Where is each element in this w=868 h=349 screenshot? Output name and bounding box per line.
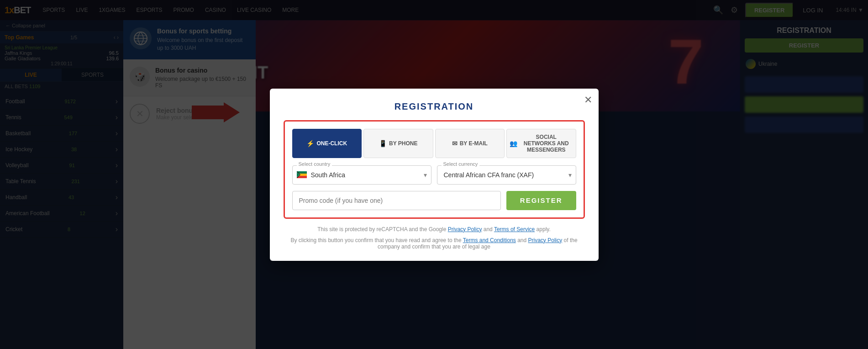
social-icon: 👥 [510,140,517,147]
register-submit-button[interactable]: REGISTER [506,191,576,210]
lightning-icon: ⚡ [306,140,314,147]
tab-social[interactable]: 👥 SOCIAL NETWORKS AND MESSENGERS [506,129,576,158]
currency-select[interactable]: Central African CFA franc (XAF) [437,165,576,185]
tab-by-email-label: BY E-MAIL [460,140,488,147]
privacy-policy-link[interactable]: Privacy Policy [448,226,482,233]
modal-overlay[interactable]: ✕ REGISTRATION ⚡ ONE-CLICK 📱 BY PHONE ✉ … [0,0,868,349]
promo-code-input[interactable] [292,191,501,210]
country-select[interactable]: South Africa [292,165,431,185]
currency-select-group: Select currency Central African CFA fran… [437,165,576,185]
modal-title: REGISTRATION [284,101,585,112]
phone-icon: 📱 [379,140,387,147]
tab-by-phone[interactable]: 📱 BY PHONE [363,129,433,158]
terms-text: By clicking this button you confirm that… [284,237,585,250]
registration-tabs: ⚡ ONE-CLICK 📱 BY PHONE ✉ BY E-MAIL 👥 SOC… [292,129,576,158]
sa-flag-icon [297,171,307,179]
country-select-group: Select country South Africa [292,165,431,185]
privacy-link[interactable]: Privacy Policy [528,237,563,243]
registration-modal: ✕ REGISTRATION ⚡ ONE-CLICK 📱 BY PHONE ✉ … [270,89,599,261]
tab-by-phone-label: BY PHONE [389,140,417,147]
terms-conditions-link[interactable]: Terms and Conditions [463,237,516,243]
terms-of-service-link[interactable]: Terms of Service [494,226,535,233]
registration-form-frame: ⚡ ONE-CLICK 📱 BY PHONE ✉ BY E-MAIL 👥 SOC… [284,120,585,219]
promo-register-row: REGISTER [292,191,576,210]
currency-label: Select currency [442,161,480,167]
country-label: Select country [297,161,332,167]
form-selects-row: Select country South Africa [292,165,576,185]
email-icon: ✉ [452,140,458,147]
tab-by-email[interactable]: ✉ BY E-MAIL [435,129,505,158]
tab-social-label: SOCIAL NETWORKS AND MESSENGERS [520,134,573,153]
recaptcha-text: This site is protected by reCAPTCHA and … [284,226,585,233]
modal-close-button[interactable]: ✕ [584,95,592,105]
tab-one-click-label: ONE-CLICK [316,140,347,147]
tab-one-click[interactable]: ⚡ ONE-CLICK [292,129,362,158]
